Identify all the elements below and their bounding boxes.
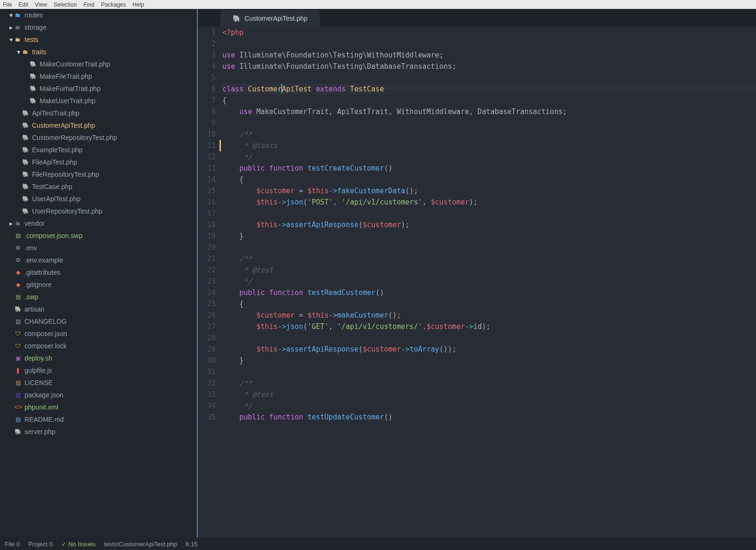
caret-icon[interactable]: ▾ xyxy=(16,48,21,56)
tree-item-label: .gitattributes xyxy=(24,269,60,276)
tree-item[interactable]: 🐘FileRepositoryTest.php xyxy=(0,168,197,181)
menu-view[interactable]: View xyxy=(35,1,47,8)
tree-item[interactable]: 🐘UserApiTest.php xyxy=(0,193,197,205)
tree-item[interactable]: ▣deploy.sh xyxy=(0,352,197,364)
status-file-count[interactable]: File 0 xyxy=(5,541,20,548)
tree-item[interactable]: ▾🖿routes xyxy=(0,9,197,21)
php-icon: 🐘 xyxy=(22,134,29,141)
tree-item-label: MakeFurhatTrait.php xyxy=(40,85,100,92)
tree-item[interactable]: 🐘FileApiTest.php xyxy=(0,156,197,168)
tree-item[interactable]: ❚gulpfile.js xyxy=(0,364,197,377)
xml-icon: </> xyxy=(14,404,22,410)
tree-item[interactable]: ▤CHANGELOG xyxy=(0,315,197,328)
tree-item[interactable]: ▸🖿vendor xyxy=(0,217,197,230)
lic-icon: ▤ xyxy=(14,379,22,386)
tree-item-label: .env.example xyxy=(24,256,63,264)
tree-item[interactable]: 🛡composer.lock xyxy=(0,340,197,352)
php-icon: 🐘 xyxy=(29,85,37,92)
tree-item[interactable]: ◆.gitattributes xyxy=(0,266,197,279)
tree-item-label: TestCase.php xyxy=(32,183,73,190)
status-issues[interactable]: ✓ No Issues xyxy=(61,541,96,548)
tree-item[interactable]: ▸🖿storage xyxy=(0,21,197,33)
git-icon: ◆ xyxy=(14,281,22,288)
file-tree[interactable]: ▾🖿routes▸🖿storage▾🖿tests▾🖿traits🐘MakeCus… xyxy=(0,9,197,538)
menu-selection[interactable]: Selection xyxy=(54,1,77,8)
tree-item[interactable]: 🐘server.php xyxy=(0,426,197,438)
tree-item-label: phpunit.xml xyxy=(24,403,58,411)
tree-item-label: MakeUserTrait.php xyxy=(40,97,96,105)
tree-item[interactable]: ▾🖿traits xyxy=(0,46,197,58)
tab-bar: 🐘 CustomerApiTest.php xyxy=(198,9,756,27)
tree-item[interactable]: ▤package.json xyxy=(0,389,197,401)
php-icon: 🐘 xyxy=(22,110,29,116)
tree-item[interactable]: ⚙.env.example xyxy=(0,254,197,266)
tree-item[interactable]: 🐘UserRepositoryTest.php xyxy=(0,205,197,217)
tree-item-label: CustomerRepositoryTest.php xyxy=(32,134,117,141)
editor[interactable]: 1234567891011121314151617181920212223242… xyxy=(198,27,756,538)
tree-item-label: artisan xyxy=(24,305,44,313)
db-icon: ▤ xyxy=(14,232,22,239)
folder-icon: 🖿 xyxy=(22,49,29,55)
tree-item[interactable]: 🐘CustomerRepositoryTest.php xyxy=(0,131,197,144)
tree-item[interactable]: ▤.composer.json.swp xyxy=(0,230,197,242)
tree-item[interactable]: 🐘TestCase.php xyxy=(0,181,197,193)
tree-item[interactable]: ▤LICENSE xyxy=(0,377,197,389)
caret-icon[interactable]: ▸ xyxy=(8,24,13,31)
tree-item-label: UserApiTest.php xyxy=(32,195,81,203)
tree-item-label: MakeFileTrait.php xyxy=(40,73,92,80)
tree-item-label: UserRepositoryTest.php xyxy=(32,207,102,215)
code[interactable]: <?php use Illuminate\Foundation\Testing\… xyxy=(222,27,756,538)
tree-item[interactable]: ⚙.env xyxy=(0,242,197,254)
tree-item[interactable]: 🐘MakeFileTrait.php xyxy=(0,70,197,82)
tree-item-label: .composer.json.swp xyxy=(24,232,82,239)
tree-item[interactable]: 🐘MakeUserTrait.php xyxy=(0,95,197,107)
tree-item[interactable]: 🛡composer.json xyxy=(0,328,197,340)
caret-icon[interactable]: ▸ xyxy=(8,220,13,227)
php-icon: 🐘 xyxy=(14,428,22,435)
menu-file[interactable]: File xyxy=(3,1,12,8)
tree-item[interactable]: 🐘MakeFurhatTrait.php xyxy=(0,82,197,95)
db-icon: ▤ xyxy=(14,294,22,300)
tab-customer-api-test[interactable]: 🐘 CustomerApiTest.php xyxy=(220,10,320,27)
menu-edit[interactable]: Edit xyxy=(18,1,28,8)
status-project-count[interactable]: Project 0 xyxy=(28,541,53,548)
tree-item[interactable]: </>phpunit.xml xyxy=(0,401,197,413)
status-path[interactable]: tests\CustomerApiTest.php xyxy=(104,541,177,548)
tree-item[interactable]: ▾🖿tests xyxy=(0,33,197,46)
menu-find[interactable]: Find xyxy=(83,1,94,8)
main: ▾🖿routes▸🖿storage▾🖿tests▾🖿traits🐘MakeCus… xyxy=(0,9,756,538)
tree-item[interactable]: 🐘CustomerApiTest.php xyxy=(0,119,197,131)
tree-item[interactable]: 🐘artisan xyxy=(0,303,197,315)
caret-icon[interactable]: ▾ xyxy=(8,11,13,19)
tree-item[interactable]: 🐘ExampleTest.php xyxy=(0,144,197,156)
caret-icon[interactable]: ▾ xyxy=(8,36,13,43)
tree-item-label: composer.json xyxy=(24,330,67,337)
php-icon: 🐘 xyxy=(22,196,29,202)
php-icon: 🐘 xyxy=(29,98,37,104)
tree-item[interactable]: ▤README.md xyxy=(0,413,197,426)
status-bar: File 0 Project 0 ✓ No Issues tests\Custo… xyxy=(0,538,756,550)
menu-packages[interactable]: Packages xyxy=(101,1,126,8)
php-icon: 🐘 xyxy=(22,183,29,190)
tree-item[interactable]: 🐘ApiTestTrait.php xyxy=(0,107,197,119)
lock-icon: 🛡 xyxy=(14,330,22,337)
status-cursor-pos[interactable]: 6:15 xyxy=(186,541,197,548)
tree-item-label: deploy.sh xyxy=(24,354,52,362)
php-icon: 🐘 xyxy=(22,208,29,214)
tree-item-label: ApiTestTrait.php xyxy=(32,109,80,117)
tree-item-label: README.md xyxy=(24,416,64,423)
tree-item-label: .swp xyxy=(24,293,38,301)
folder-icon: 🖿 xyxy=(14,220,22,227)
editor-area: 🐘 CustomerApiTest.php 123456789101112131… xyxy=(197,9,756,538)
tab-label: CustomerApiTest.php xyxy=(244,15,308,22)
tree-item[interactable]: 🐘MakeCustomerTrait.php xyxy=(0,58,197,70)
php-icon: 🐘 xyxy=(233,15,241,22)
tree-item[interactable]: ◆.gitignore xyxy=(0,279,197,291)
tree-item[interactable]: ▤.swp xyxy=(0,291,197,303)
tree-item-label: LICENSE xyxy=(24,379,53,386)
tree-item-label: storage xyxy=(24,24,47,31)
php-icon: 🐘 xyxy=(14,306,22,312)
md-icon: ▤ xyxy=(14,416,22,423)
tree-item-label: package.json xyxy=(24,391,64,399)
menu-help[interactable]: Help xyxy=(132,1,144,8)
